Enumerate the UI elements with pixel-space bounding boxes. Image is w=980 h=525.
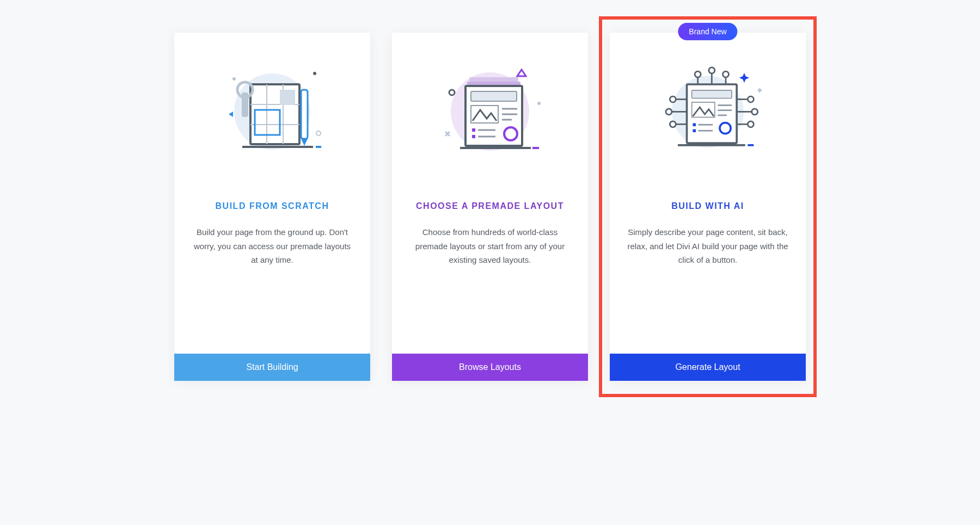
svg-point-67: [709, 67, 715, 73]
card-title: BUILD WITH AI: [671, 201, 744, 211]
svg-point-53: [670, 96, 676, 102]
svg-rect-29: [472, 135, 475, 138]
svg-marker-16: [229, 112, 233, 117]
svg-point-13: [232, 77, 236, 81]
svg-point-57: [670, 121, 676, 127]
card-description: Choose from hundreds of world-class prem…: [408, 225, 572, 267]
scratch-illustration-icon: [212, 60, 332, 169]
svg-point-63: [748, 121, 754, 127]
ai-illustration-icon: [648, 60, 768, 169]
svg-point-14: [313, 72, 316, 75]
brand-new-badge: Brand New: [678, 23, 737, 40]
svg-rect-41: [692, 90, 732, 98]
svg-marker-33: [517, 70, 526, 76]
svg-point-59: [748, 96, 754, 102]
card-description: Simply describe your page content, sit b…: [626, 225, 789, 267]
svg-rect-19: [469, 77, 518, 82]
svg-rect-10: [301, 90, 308, 139]
start-building-button[interactable]: Start Building: [174, 354, 370, 381]
card-title: BUILD FROM SCRATCH: [216, 201, 329, 211]
svg-point-65: [695, 71, 701, 77]
generate-layout-button[interactable]: Generate Layout: [610, 354, 806, 381]
svg-rect-48: [693, 129, 696, 133]
svg-marker-11: [301, 139, 308, 146]
svg-rect-27: [472, 128, 475, 132]
premade-illustration-icon: [430, 60, 550, 169]
svg-point-69: [723, 71, 729, 77]
card-build-with-ai[interactable]: Brand New: [610, 33, 806, 381]
svg-point-15: [316, 131, 321, 135]
svg-point-37: [537, 102, 541, 105]
card-build-from-scratch[interactable]: BUILD FROM SCRATCH Build your page from …: [174, 33, 370, 381]
card-description: Build your page from the ground up. Don'…: [191, 225, 354, 267]
card-title: CHOOSE A PREMADE LAYOUT: [416, 201, 564, 211]
svg-point-34: [449, 90, 455, 95]
svg-rect-7: [280, 90, 295, 105]
card-premade-layout[interactable]: CHOOSE A PREMADE LAYOUT Choose from hund…: [392, 33, 588, 381]
svg-point-61: [752, 109, 758, 115]
svg-rect-22: [471, 91, 517, 101]
layout-options-row: BUILD FROM SCRATCH Build your page from …: [174, 33, 806, 381]
svg-rect-46: [693, 123, 696, 127]
svg-rect-9: [242, 92, 248, 117]
browse-layouts-button[interactable]: Browse Layouts: [392, 354, 588, 381]
svg-point-55: [666, 109, 672, 115]
